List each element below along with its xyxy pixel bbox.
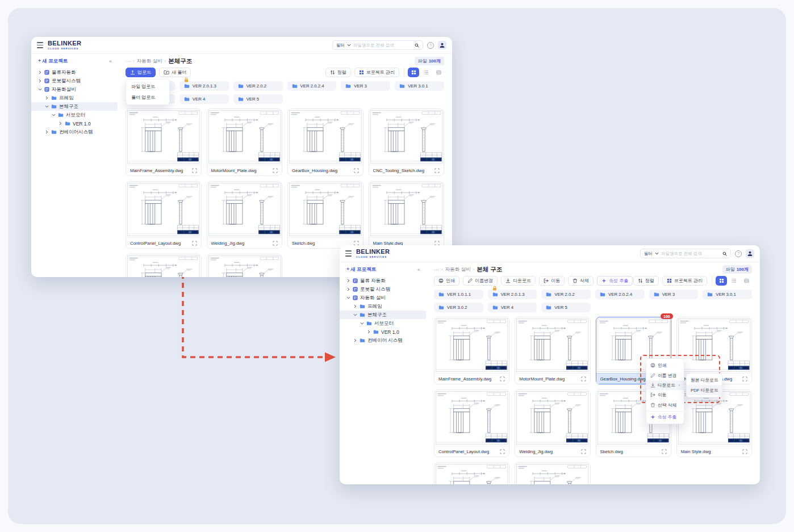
extract-attributes-button[interactable]: 속성 추출 — [597, 276, 633, 286]
tree-item-로봇팔-시스템[interactable]: 로봇팔 시스템 — [340, 285, 426, 294]
breadcrumb-parent[interactable]: 자동화 설비 — [137, 58, 162, 65]
file-card[interactable]: GearBox_Housing.dwg — [287, 108, 363, 176]
help-icon[interactable]: ? — [427, 42, 434, 49]
version-folder-chip[interactable]: VER 3 — [649, 290, 699, 299]
tree-item-자동화-설비[interactable]: 자동화 설비 — [340, 294, 426, 302]
expand-preview-icon[interactable] — [192, 241, 197, 246]
file-card[interactable]: MainFrame_Assembly.dwg — [126, 108, 202, 176]
expand-preview-icon[interactable] — [273, 241, 278, 246]
tree-item-로봇팔시스템[interactable]: 로봇팔시스템 — [31, 77, 118, 85]
expand-preview-icon[interactable] — [662, 449, 667, 454]
sort-button[interactable]: 정렬 — [325, 68, 351, 77]
expand-preview-icon[interactable] — [742, 376, 747, 382]
breadcrumb-ellipsis[interactable]: ··· — [126, 58, 131, 64]
move-button[interactable]: 이동 — [539, 276, 565, 286]
expand-preview-icon[interactable] — [500, 376, 505, 382]
context-menu-item[interactable]: 선택 삭제 — [646, 400, 684, 410]
search-input[interactable]: 필터 파일명으로 전체 검색 — [640, 249, 731, 258]
expand-preview-icon[interactable] — [354, 168, 359, 173]
rename-button[interactable]: 이름변경 — [463, 276, 498, 286]
version-folder-chip[interactable]: VER 4 — [488, 303, 537, 312]
grid-view-button[interactable] — [716, 276, 727, 286]
tree-item-물류-자동화[interactable]: 물류 자동화 — [340, 277, 426, 285]
upload-menu-item[interactable]: 파일 업로드 — [126, 81, 169, 92]
tree-item-프레임[interactable]: 프레임 — [340, 302, 426, 311]
project-manage-button[interactable]: 프로젝트 관리 — [354, 68, 399, 77]
user-avatar[interactable] — [746, 249, 754, 258]
context-menu-item[interactable]: 속성 추출 — [646, 411, 684, 422]
file-card-partial[interactable] — [434, 462, 509, 484]
sort-button[interactable]: 정렬 — [633, 276, 659, 286]
file-card[interactable]: Main Style.dwg — [676, 389, 752, 457]
expand-preview-icon[interactable] — [192, 168, 197, 173]
version-folder-chip[interactable]: VER 2.0.1.3 — [488, 290, 537, 299]
tree-item-프레임[interactable]: 프레임 — [31, 94, 118, 102]
context-submenu-item[interactable]: PDF 다운로드 — [687, 385, 722, 395]
tree-item-컨베이어-시스템[interactable]: 컨베이어 시스템 — [340, 336, 426, 345]
grid-view-button[interactable] — [408, 68, 419, 77]
expand-preview-icon[interactable] — [581, 449, 586, 454]
tree-item-컨베이어시스템[interactable]: 컨베이어시스템 — [31, 128, 118, 136]
file-card[interactable]: Sketch.dwg — [287, 181, 363, 249]
user-avatar[interactable] — [438, 41, 446, 49]
version-folder-chip[interactable]: VER 3.0.2 — [434, 303, 483, 312]
version-folder-chip[interactable]: VER 5 — [233, 94, 283, 104]
tree-item-VER-1.0[interactable]: VER 1.0 — [340, 328, 426, 336]
collapse-sidebar-icon[interactable]: « — [109, 58, 112, 64]
project-manage-button[interactable]: 프로젝트 관리 — [662, 276, 707, 286]
delete-button[interactable]: 삭제 — [568, 276, 594, 286]
tree-item-자동화설비[interactable]: 자동화설비 — [31, 85, 118, 94]
new-project-button[interactable]: + 새 프로젝트 — [38, 58, 68, 65]
version-folder-chip[interactable]: VER 3.0.1 — [395, 81, 444, 91]
expand-preview-icon[interactable] — [581, 376, 586, 382]
breadcrumb-ellipsis[interactable]: ··· — [434, 267, 439, 273]
version-folder-chip[interactable]: VER 2.0.2.4 — [595, 290, 645, 299]
version-folder-chip[interactable]: VER 5 — [541, 303, 591, 312]
table-view-button[interactable] — [741, 276, 752, 286]
help-icon[interactable]: ? — [735, 250, 742, 257]
file-card[interactable]: ControlPanel_Layout.dwg — [126, 181, 202, 249]
version-folder-chip[interactable]: VER 2.0.1.3 — [179, 81, 229, 91]
list-view-button[interactable] — [420, 68, 432, 77]
version-folder-chip[interactable]: VER 4 — [179, 94, 229, 104]
version-folder-chip[interactable]: VER 1.0.1.1 — [434, 290, 483, 299]
file-card[interactable]: MainFrame_Assembly.dwg — [434, 317, 509, 384]
context-menu-item[interactable]: 이름 변경 — [646, 370, 684, 380]
new-folder-button[interactable]: 새 폴더 — [159, 68, 191, 77]
collapse-sidebar-icon[interactable]: « — [417, 267, 420, 273]
new-project-button[interactable]: + 새 프로젝트 — [346, 266, 376, 273]
version-folder-chip[interactable]: VER 2.0.2 — [233, 81, 283, 91]
context-menu-item[interactable]: 인쇄 — [646, 361, 684, 370]
file-card[interactable]: ControlPanel_Layout.dwg — [434, 389, 509, 457]
file-card-partial[interactable] — [207, 254, 283, 277]
version-folder-chip[interactable]: VER 2.0.2 — [541, 290, 591, 299]
breadcrumb-parent[interactable]: 자동화 설비 — [445, 266, 471, 273]
tree-item-본체구조[interactable]: 본체구조 — [31, 102, 118, 111]
expand-preview-icon[interactable] — [742, 449, 747, 454]
list-view-button[interactable] — [728, 276, 739, 286]
tree-item-서보모터[interactable]: 서보모터 — [340, 319, 426, 328]
context-menu-item[interactable]: 이동 — [646, 390, 684, 400]
table-view-button[interactable] — [433, 68, 444, 77]
context-submenu-item[interactable]: 원본 다운로드 — [687, 375, 722, 385]
file-card[interactable]: Main Style.dwg — [369, 181, 445, 249]
expand-preview-icon[interactable] — [500, 449, 505, 454]
file-card[interactable]: Welding_Jig.dwg — [515, 389, 590, 457]
file-card-partial[interactable] — [126, 254, 202, 277]
tree-item-서보모터[interactable]: 서보모터 — [31, 111, 118, 119]
expand-preview-icon[interactable] — [434, 168, 440, 173]
version-folder-chip[interactable]: VER 3.0.1 — [703, 290, 752, 299]
version-folder-chip[interactable]: VER 2.0.2.4 — [287, 81, 337, 91]
upload-button[interactable]: 업로드 — [126, 68, 156, 77]
tree-item-VER-1.0[interactable]: VER 1.0 — [31, 119, 118, 128]
context-menu-item[interactable]: 다운로드› — [646, 380, 684, 390]
filter-dropdown[interactable]: 필터 — [644, 251, 653, 257]
expand-preview-icon[interactable] — [273, 168, 278, 173]
file-card-partial[interactable] — [515, 462, 590, 484]
hamburger-menu-icon[interactable] — [345, 249, 352, 257]
filter-dropdown[interactable]: 필터 — [336, 43, 345, 48]
upload-menu-item[interactable]: 폴더 업로드 — [126, 92, 169, 103]
file-card[interactable]: CNC_Tooling_Sketch.dwg — [369, 108, 445, 176]
print-button[interactable]: 인쇄 — [434, 276, 459, 286]
download-button[interactable]: 다운로드 — [501, 276, 536, 286]
